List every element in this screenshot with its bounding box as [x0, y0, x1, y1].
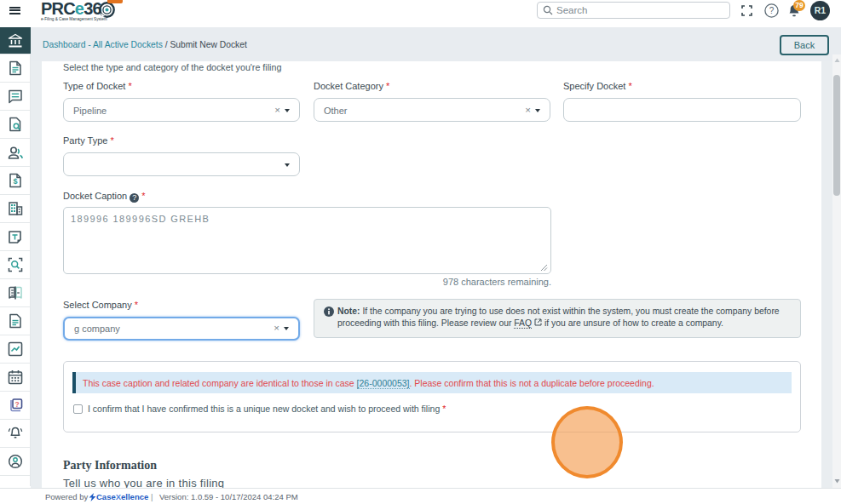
svg-text:$: $: [13, 177, 17, 186]
svg-text:?: ?: [769, 6, 775, 15]
svg-text:?: ?: [14, 400, 19, 409]
